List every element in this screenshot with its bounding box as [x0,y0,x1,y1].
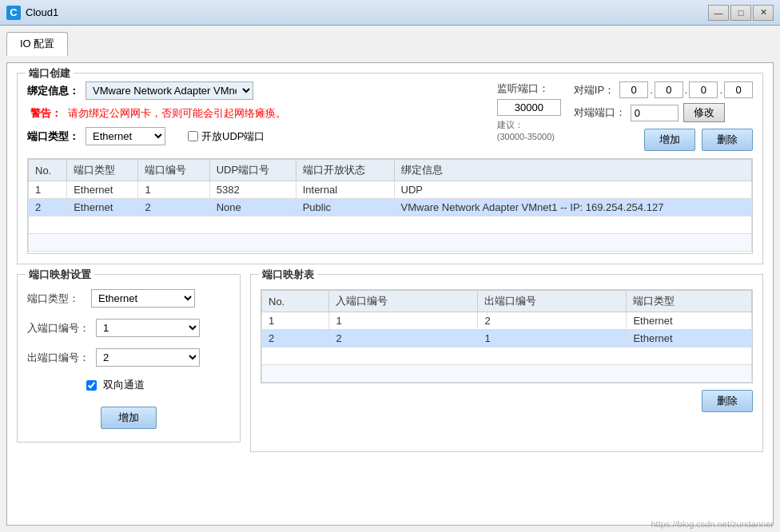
mcell-type: Ethernet [627,330,752,347]
cell-status: Internal [296,181,394,199]
col-type: 端口类型 [67,160,138,181]
modify-button[interactable]: 修改 [683,103,725,122]
peer-port-row: 对端端口： 修改 [574,103,753,122]
mapping-settings-title: 端口映射设置 [26,268,94,282]
map-delete-button[interactable]: 删除 [702,390,753,412]
peer-port-input[interactable] [631,105,679,121]
col-id: 端口编号 [138,160,209,181]
port-table-head: No. 端口类型 端口编号 UDP端口号 端口开放状态 绑定信息 [29,160,752,181]
tab-io-config[interactable]: IO 配置 [6,32,68,56]
ip-octet-2[interactable] [655,81,683,98]
port-mapping-table: 端口映射表 No. 入端口编号 出端口编号 端口类型 [250,274,763,452]
col-binding: 绑定信息 [394,160,751,181]
map-add-row: 增加 [27,407,230,429]
mcol-in: 入端口编号 [329,291,478,312]
add-delete-row: 增加 删除 [574,129,753,151]
bottom-panels: 端口映射设置 端口类型： Ethernet 入端口编号： 1 [17,274,763,452]
map-delete-row: 删除 [261,390,753,412]
listen-port-input[interactable] [497,99,561,116]
bidirectional-checkbox[interactable] [86,380,97,391]
in-port-select[interactable]: 1 [96,319,200,337]
mapping-settings-group: 端口映射设置 端口类型： Ethernet 入端口编号： 1 [17,274,241,443]
mapping-settings-form: 端口类型： Ethernet 入端口编号： 1 出端口编 [27,289,230,429]
ip-octet-3[interactable] [689,81,718,98]
table-row[interactable]: 2 2 1 Ethernet [262,330,752,347]
port-note: 建议：(30000-35000) [497,119,561,144]
port-table-container: No. 端口类型 端口编号 UDP端口号 端口开放状态 绑定信息 1 Ether… [27,158,753,254]
peer-ip-label: 对端IP： [574,83,615,97]
bidirectional-row: 双向通道 [86,378,230,392]
ip-octet-4[interactable] [724,81,753,98]
port-creation-top: 绑定信息： VMware Network Adapter VMnet1 -- I… [27,81,753,152]
port-creation-group: 端口创建 绑定信息： VMware Network Adapter VMnet1… [17,73,763,264]
peer-port-label: 对端端口： [574,105,626,120]
port-type-select[interactable]: Ethernet [86,127,165,145]
col-no: No. [29,160,67,181]
peer-form: 对端IP： . . . [574,81,753,122]
peer-panel: 对端IP： . . . [574,81,753,152]
mcell-no: 1 [262,312,329,330]
warning-row: 警告： 请勿绑定公网网卡，否则可能会引起网络瘫痪。 [30,106,484,121]
mapping-header-row: No. 入端口编号 出端口编号 端口类型 [262,291,752,312]
binding-select[interactable]: VMware Network Adapter VMnet1 -- IP: 169… [86,81,253,100]
port-table-header-row: No. 端口类型 端口编号 UDP端口号 端口开放状态 绑定信息 [29,160,752,181]
port-mapping-settings: 端口映射设置 端口类型： Ethernet 入端口编号： 1 [17,274,241,452]
cell-id: 1 [138,181,209,199]
ip-octet-1[interactable] [619,81,648,98]
mcell-in: 2 [329,330,478,347]
cell-udp: None [209,199,296,216]
mcell-type: Ethernet [627,312,752,330]
map-add-button[interactable]: 增加 [101,407,157,429]
cell-type: Ethernet [67,181,138,199]
out-port-label: 出端口编号： [27,351,90,365]
title-bar-left: C Cloud1 [6,6,58,20]
mapping-table-head: No. 入端口编号 出端口编号 端口类型 [262,291,752,312]
title-bar: C Cloud1 — □ ✕ [0,0,780,26]
out-port-select[interactable]: 2 [96,348,200,367]
table-row[interactable]: 2 Ethernet 2 None Public VMware Network … [29,199,752,216]
map-type-select[interactable]: Ethernet [91,289,195,308]
add-button[interactable]: 增加 [644,129,695,151]
in-port-row: 入端口编号： 1 [27,319,230,337]
mapping-table-title: 端口映射表 [259,268,317,282]
table-row[interactable]: 1 Ethernet 1 5382 Internal UDP [29,181,752,199]
table-row[interactable]: 1 1 2 Ethernet [262,312,752,330]
cell-udp: 5382 [209,181,296,199]
close-button[interactable]: ✕ [753,5,774,21]
maximize-button[interactable]: □ [730,5,751,21]
in-port-label: 入端口编号： [27,321,90,335]
cell-binding: UDP [394,181,751,199]
map-type-row: 端口类型： Ethernet [27,289,230,308]
content-area: 端口创建 绑定信息： VMware Network Adapter VMnet1… [6,62,774,526]
binding-label: 绑定信息： [27,84,79,98]
cell-no: 1 [29,181,67,199]
map-type-label: 端口类型： [27,292,85,306]
delete-button[interactable]: 删除 [702,129,753,151]
col-status: 端口开放状态 [296,160,394,181]
mcell-in: 1 [329,312,478,330]
mapping-table-body: 1 1 2 Ethernet 2 2 1 Ethernet [262,312,752,383]
cell-binding: VMware Network Adapter VMnet1 -- IP: 169… [394,199,751,216]
table-row-empty [29,216,752,234]
table-row-empty [29,234,752,252]
listen-port-panel: 监听端口： 建议：(30000-35000) [497,81,561,152]
ip-inputs: . . . [619,81,753,98]
port-creation-title: 端口创建 [26,66,74,81]
watermark: https://blog.csdn.net/zundanner [651,519,774,529]
app-icon: C [6,6,21,20]
port-creation-left: 绑定信息： VMware Network Adapter VMnet1 -- I… [27,81,484,152]
minimize-button[interactable]: — [708,5,729,21]
mcell-out: 2 [478,312,627,330]
port-type-label: 端口类型： [27,129,79,144]
port-table: No. 端口类型 端口编号 UDP端口号 端口开放状态 绑定信息 1 Ether… [28,159,752,252]
udp-checkbox[interactable] [188,131,198,141]
col-udp: UDP端口号 [209,160,296,181]
mapping-table-group: 端口映射表 No. 入端口编号 出端口编号 端口类型 [250,274,763,452]
cell-id: 2 [138,199,209,216]
bidirectional-label: 双向通道 [103,378,145,392]
port-creation-right: 监听端口： 建议：(30000-35000) 对端IP： . [497,81,753,152]
listen-port-label: 监听端口： [497,81,561,96]
mcol-out: 出端口编号 [478,291,627,312]
mcell-no: 2 [262,330,329,347]
tab-bar: IO 配置 [6,32,774,56]
